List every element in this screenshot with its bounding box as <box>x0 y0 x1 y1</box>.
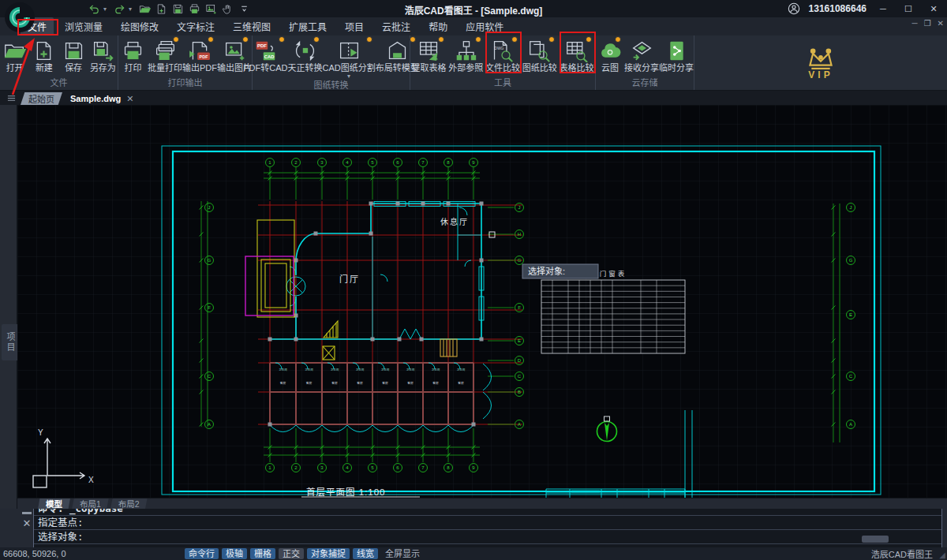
drawing-canvas[interactable]: 112233445566778899JHGFEDCBAJGFCAJGECA <box>17 105 947 498</box>
svg-text:A: A <box>518 422 521 427</box>
export-image-icon[interactable] <box>204 2 218 16</box>
tooltip-text: 选择对象: <box>528 266 565 276</box>
ribbon-button-temp-share[interactable]: 临时分享 <box>659 35 694 77</box>
chevron-down-icon[interactable]: ▾ <box>347 73 350 80</box>
svg-text:J: J <box>850 205 852 210</box>
menu-item-7[interactable]: 项目 <box>338 17 371 35</box>
vip-label: VIP <box>808 69 833 80</box>
ribbon-button-receive-share[interactable]: 接收分享 <box>624 35 659 77</box>
svg-text:客房: 客房 <box>331 381 338 385</box>
horizontal-scrollbar[interactable] <box>862 536 889 543</box>
coordinates-readout: 66608, 50926, 0 <box>3 549 185 558</box>
close-button[interactable]: ✕ <box>925 2 942 16</box>
user-id[interactable]: 13161086646 <box>809 3 867 14</box>
menu-item-4[interactable]: 文字标注 <box>170 17 222 35</box>
svg-text:卫生间: 卫生间 <box>279 368 287 371</box>
status-toggle-5[interactable]: 对象捕捉 <box>307 548 350 559</box>
badge-dot-icon <box>475 36 481 43</box>
chevron-down-icon[interactable]: ▾ <box>103 6 110 13</box>
ribbon-button-export-pdf[interactable]: PDF输出PDF <box>182 35 217 77</box>
print-icon[interactable] <box>187 2 201 16</box>
new-icon[interactable] <box>154 2 168 16</box>
command-line-1: 命令: _copybase <box>34 509 941 516</box>
ribbon-button-batch-print[interactable]: 批量打印 <box>148 35 182 77</box>
resize-grip[interactable]: ◢ <box>939 551 945 559</box>
redo-icon[interactable] <box>112 2 126 16</box>
status-toggle-4[interactable]: 正交 <box>279 548 304 559</box>
hover-tooltip: 选择对象: <box>522 264 598 278</box>
layout-to-model-icon <box>386 38 409 63</box>
status-toggle-2[interactable]: 极轴 <box>222 548 247 559</box>
minimize-button[interactable]: ─ <box>874 2 892 16</box>
status-toggle-3[interactable]: 栅格 <box>250 548 275 559</box>
ribbon-button-cad-split[interactable]: CAD图纸分割▾ <box>323 35 376 80</box>
ribbon-button-pdf-to-cad[interactable]: PDFCADPDF转CAD <box>243 35 287 80</box>
tab-close-icon[interactable]: ✕ <box>126 94 133 104</box>
ribbon-button-cloud-drawing[interactable]: 云图 <box>596 35 624 77</box>
document-tab-2[interactable]: Sample.dwg✕ <box>62 92 141 105</box>
chevron-down-icon[interactable]: ▾ <box>129 6 135 13</box>
user-account-icon[interactable] <box>787 2 801 16</box>
ribbon-button-extract-table[interactable]: 提取表格 <box>410 35 447 77</box>
command-close-icon[interactable]: ✕ <box>23 519 32 528</box>
layout-tab-1[interactable]: 模型 <box>38 498 70 510</box>
undo-icon[interactable] <box>87 2 101 16</box>
status-toggle-7[interactable]: 全屏显示 <box>381 548 424 559</box>
save-icon <box>62 38 85 63</box>
save-icon[interactable] <box>170 2 185 16</box>
ribbon-button-label: 提取表格 <box>411 63 446 73</box>
menu-item-8[interactable]: 云批注 <box>375 17 417 35</box>
status-toggle-1[interactable]: 命令行 <box>185 548 219 559</box>
svg-text:C: C <box>518 374 522 379</box>
command-minimize-icon[interactable] <box>22 512 32 514</box>
ribbon-button-tianzheng-convert[interactable]: 天正转换 <box>288 35 323 80</box>
svg-text:卫生间: 卫生间 <box>381 368 390 371</box>
status-toggle-6[interactable]: 线宽 <box>353 548 378 559</box>
ribbon-button-file-compare[interactable]: DWG文件比较 <box>485 35 522 77</box>
svg-text:卫生间: 卫生间 <box>432 368 440 371</box>
ribbon: 打开新建保存另存为文件打印批量打印PDF输出PDF输出图片打印输出PDFCADP… <box>0 35 947 91</box>
more-icon[interactable] <box>237 2 251 16</box>
svg-text:卫生间: 卫生间 <box>331 368 339 371</box>
command-panel: ✕ 命令: _copybase指定基点:选择对象: <box>0 509 947 547</box>
menu-item-9[interactable]: 帮助 <box>421 17 455 35</box>
layout-tab-3[interactable]: 布局2 <box>110 498 148 510</box>
ribbon-button-save[interactable]: 保存 <box>59 35 88 77</box>
vip-zone[interactable]: VIP <box>694 35 947 90</box>
menu-item-2[interactable]: 浏览测量 <box>58 17 110 35</box>
badge-dot-icon <box>366 36 372 43</box>
svg-text:客房: 客房 <box>280 381 286 385</box>
menu-item-10[interactable]: 应用软件 <box>459 17 511 35</box>
doc-restore-button[interactable]: ❐ <box>924 19 931 28</box>
ribbon-button-xref[interactable]: 外部参照 <box>447 35 485 77</box>
ribbon-button-label: 打印 <box>125 63 142 73</box>
status-toggles: 命令行极轴栅格正交对象捕捉线宽全屏显示 <box>185 548 424 559</box>
pan-icon[interactable] <box>220 2 234 16</box>
temp-share-icon <box>665 38 688 63</box>
svg-text:DWG: DWG <box>495 45 504 50</box>
open-icon[interactable] <box>137 2 152 16</box>
app-logo-icon[interactable] <box>4 2 36 33</box>
command-line-3[interactable]: 选择对象: <box>34 530 941 544</box>
ribbon-button-label: 输出PDF <box>182 63 217 73</box>
save-as-icon <box>92 38 114 63</box>
sidebar-tab-project[interactable]: 项目 <box>2 324 19 360</box>
doc-close-button[interactable]: ✕ <box>938 19 944 28</box>
canvas-grid <box>17 105 947 498</box>
doc-minimize-button[interactable]: ─ <box>912 19 918 28</box>
menu-item-3[interactable]: 绘图修改 <box>114 17 166 35</box>
drawing-viewport[interactable]: 112233445566778899JHGFEDCBAJGFCAJGECA <box>17 105 947 498</box>
command-input[interactable]: 命令: _copybase指定基点:选择对象: <box>33 509 942 547</box>
svg-text:Y: Y <box>38 428 43 437</box>
ribbon-button-table-compare[interactable]: 表格比较 <box>558 35 595 77</box>
menu-item-5[interactable]: 三维视图 <box>226 17 278 35</box>
ribbon-button-print[interactable]: 打印 <box>118 35 148 77</box>
annotation-arrow <box>6 36 44 98</box>
layout-tab-2[interactable]: 布局1 <box>72 498 109 510</box>
ribbon-button-sheet-compare[interactable]: 图纸比较 <box>521 35 558 77</box>
ribbon-button-save-as[interactable]: 另存为 <box>88 35 118 77</box>
svg-text:F: F <box>208 305 211 310</box>
maximize-button[interactable]: ☐ <box>900 2 917 16</box>
menu-item-6[interactable]: 扩展工具 <box>282 17 334 35</box>
svg-text:E: E <box>518 338 521 343</box>
